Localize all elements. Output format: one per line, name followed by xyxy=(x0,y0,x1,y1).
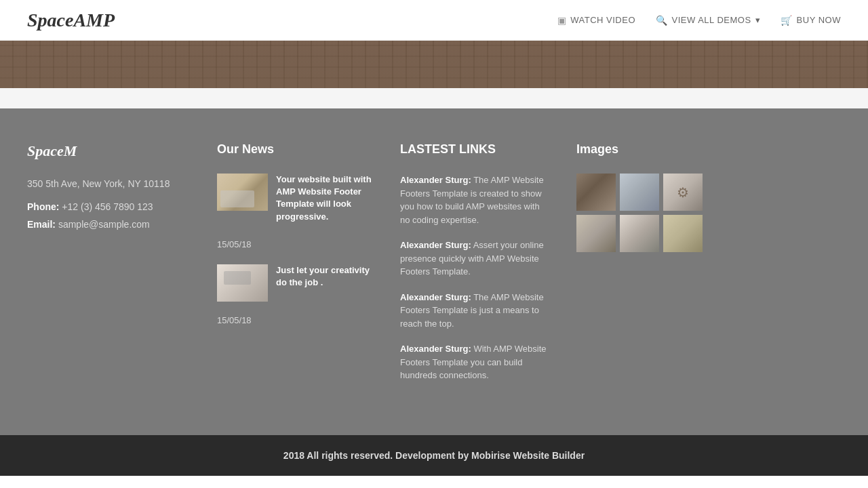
gallery-img-5[interactable] xyxy=(620,215,659,252)
buy-now-label: BUY NOW xyxy=(797,15,841,25)
watch-video-label: WATCH VIDEO xyxy=(570,15,635,25)
images-title-heading: Images xyxy=(576,142,841,157)
gallery-img-6[interactable] xyxy=(663,215,703,252)
gallery-img-3[interactable] xyxy=(663,174,703,211)
news-title-2[interactable]: Just let your creativity do the job . xyxy=(276,264,373,289)
footer-col-news: Our News Your website built with AMP Web… xyxy=(203,142,387,394)
link-entry-3: Alexander Sturg: The AMP Website Footers… xyxy=(400,291,549,331)
footer-main: SpaceM 350 5th Ave, New York, NY 10118 P… xyxy=(0,108,868,435)
cart-icon: 🛒 xyxy=(781,15,793,26)
news-thumb-2[interactable] xyxy=(217,264,268,302)
link-entry-1: Alexander Sturg: The AMP Website Footers… xyxy=(400,174,549,226)
footer-phone: Phone: +12 (3) 456 7890 123 xyxy=(27,201,190,212)
links-title-heading: LASTEST LINKS xyxy=(400,142,549,157)
email-label: Email: xyxy=(27,219,56,230)
footer-email: Email: sample@sample.com xyxy=(27,219,190,230)
footer-copyright: 2018 All rights reserved. Development by… xyxy=(283,450,585,461)
view-demos-label: VIEW ALL DEMOS xyxy=(672,15,751,25)
news-item-2: Just let your creativity do the job . 15… xyxy=(217,264,373,325)
chevron-down-icon: ▾ xyxy=(755,15,761,25)
news-content-1: Your website built with AMP Website Foot… xyxy=(276,174,373,226)
hero-strip xyxy=(0,41,868,88)
link-entry-4: Alexander Sturg: With AMP Website Footer… xyxy=(400,342,549,382)
link-entry-2: Alexander Sturg: Assert your online pres… xyxy=(400,239,549,279)
news-item-1: Your website built with AMP Website Foot… xyxy=(217,174,373,249)
footer-col-links: LASTEST LINKS Alexander Sturg: The AMP W… xyxy=(387,142,563,394)
header: SpaceAMP ▣ WATCH VIDEO 🔍 VIEW ALL DEMOS … xyxy=(0,0,868,41)
footer-brand: SpaceM xyxy=(27,142,190,160)
gallery-img-2[interactable] xyxy=(620,174,659,211)
gallery-img-1[interactable] xyxy=(576,174,616,211)
link-author-2: Alexander Sturg: xyxy=(400,240,471,250)
footer-col-images: Images xyxy=(563,142,841,394)
nav: ▣ WATCH VIDEO 🔍 VIEW ALL DEMOS ▾ 🛒 BUY N… xyxy=(557,15,841,26)
news-date-2: 15/05/18 xyxy=(217,315,373,325)
search-icon: 🔍 xyxy=(656,15,668,26)
email-value: sample@sample.com xyxy=(58,219,150,230)
logo[interactable]: SpaceAMP xyxy=(27,9,115,31)
buy-now-nav[interactable]: 🛒 BUY NOW xyxy=(781,15,841,26)
news-date-1: 15/05/18 xyxy=(217,239,373,249)
news-title-heading: Our News xyxy=(217,142,373,157)
phone-value: +12 (3) 456 7890 123 xyxy=(62,201,153,212)
link-author-1: Alexander Sturg: xyxy=(400,175,471,185)
news-item-1-inner: Your website built with AMP Website Foot… xyxy=(217,174,373,226)
view-demos-nav[interactable]: 🔍 VIEW ALL DEMOS ▾ xyxy=(656,15,760,26)
footer-address: 350 5th Ave, New York, NY 10118 xyxy=(27,177,190,191)
gallery-img-4[interactable] xyxy=(576,215,616,252)
footer-bar: 2018 All rights reserved. Development by… xyxy=(0,435,868,476)
news-thumb-1[interactable] xyxy=(217,174,268,211)
images-grid xyxy=(576,174,841,252)
footer-col-spacem: SpaceM 350 5th Ave, New York, NY 10118 P… xyxy=(27,142,203,394)
watch-video-nav[interactable]: ▣ WATCH VIDEO xyxy=(557,15,635,26)
gap-section xyxy=(0,88,868,108)
news-item-2-inner: Just let your creativity do the job . xyxy=(217,264,373,302)
phone-label: Phone: xyxy=(27,201,59,212)
video-icon: ▣ xyxy=(557,15,567,26)
news-content-2: Just let your creativity do the job . xyxy=(276,264,373,302)
link-author-3: Alexander Sturg: xyxy=(400,292,471,302)
hero-overlay-image xyxy=(0,41,868,88)
link-author-4: Alexander Sturg: xyxy=(400,344,471,354)
logo-text: SpaceAMP xyxy=(27,9,115,30)
news-title-1[interactable]: Your website built with AMP Website Foot… xyxy=(276,174,373,223)
